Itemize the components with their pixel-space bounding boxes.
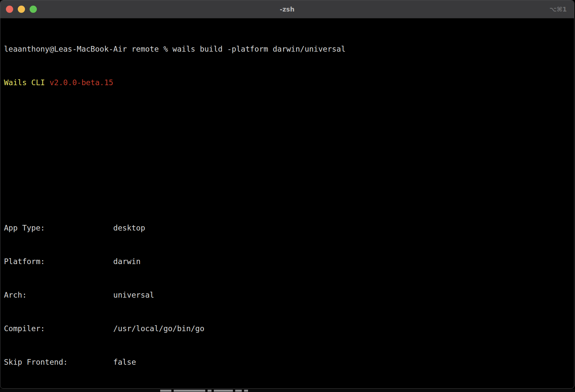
wails-cli-version: v2.0.0-beta.15 bbox=[49, 78, 113, 87]
text-fragment bbox=[174, 390, 205, 392]
blank-line bbox=[4, 110, 574, 122]
blank-line bbox=[4, 144, 574, 155]
info-label: Compiler: bbox=[4, 323, 113, 334]
text-fragment bbox=[214, 390, 233, 392]
info-value: darwin bbox=[113, 257, 140, 266]
build-info-row: Platform:darwin bbox=[4, 256, 574, 267]
terminal-output[interactable]: leaanthony@Leas-MacBook-Air remote % wai… bbox=[0, 18, 574, 389]
background-window-sliver bbox=[0, 389, 575, 392]
terminal-window: -zsh ⌥⌘1 leaanthony@Leas-MacBook-Air rem… bbox=[0, 0, 574, 389]
info-label: Arch: bbox=[4, 289, 113, 301]
build-info-row: Compiler:/usr/local/go/bin/go bbox=[4, 323, 574, 334]
blank-line bbox=[4, 178, 574, 189]
command-line-build: leaanthony@Leas-MacBook-Air remote % wai… bbox=[4, 43, 574, 55]
wails-cli-label: Wails CLI bbox=[4, 78, 49, 87]
text-fragment bbox=[244, 390, 248, 392]
build-info-row: Arch:universal bbox=[4, 289, 574, 301]
text-fragment bbox=[208, 390, 212, 392]
text-fragment bbox=[235, 390, 242, 392]
tab-shortcut-label: ⌥⌘1 bbox=[549, 6, 567, 13]
info-value: /usr/local/go/bin/go bbox=[113, 324, 204, 333]
wails-cli-version-line: Wails CLI v2.0.0-beta.15 bbox=[4, 77, 574, 88]
build-info-row: Skip Frontend:false bbox=[4, 356, 574, 368]
info-label: App Type: bbox=[4, 222, 113, 233]
info-value: desktop bbox=[113, 224, 145, 232]
text-fragment bbox=[160, 390, 171, 392]
titlebar[interactable]: -zsh ⌥⌘1 bbox=[0, 0, 574, 18]
window-title: -zsh bbox=[0, 6, 574, 13]
info-value: universal bbox=[113, 291, 154, 299]
info-label: Skip Frontend: bbox=[4, 356, 113, 368]
build-info-row: App Type:desktop bbox=[4, 222, 574, 233]
info-label: Platform: bbox=[4, 256, 113, 267]
info-value: false bbox=[113, 358, 136, 366]
